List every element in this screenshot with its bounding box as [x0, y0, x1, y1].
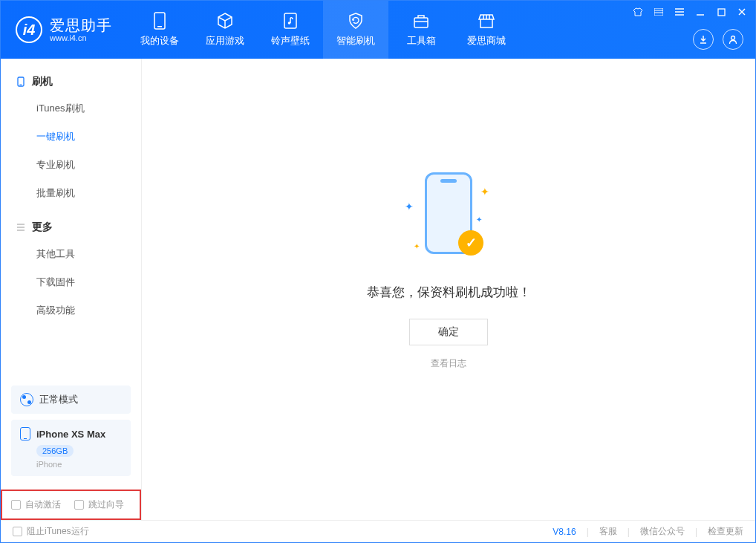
svg-rect-1: [157, 26, 162, 27]
confirm-button[interactable]: 确定: [409, 319, 488, 345]
device-type: iPhone: [36, 460, 122, 469]
close-button[interactable]: [733, 4, 751, 20]
footer-link-update[interactable]: 检查更新: [708, 525, 743, 538]
sidebar-item-other-tools[interactable]: 其他工具: [1, 240, 141, 268]
check-icon: ✓: [458, 230, 483, 256]
logo-icon: i4: [16, 16, 42, 43]
sidebar-item-onekey-flash[interactable]: 一键刷机: [1, 123, 141, 151]
nav-label: 智能刷机: [336, 34, 375, 48]
version-label: V8.16: [553, 527, 576, 537]
nav-smart-flash[interactable]: 智能刷机: [323, 1, 388, 59]
checkbox-icon: [11, 500, 21, 510]
app-subtitle: www.i4.cn: [50, 33, 112, 42]
toolbox-icon: [412, 12, 430, 30]
success-illustration: ✓ ✦ ✦ ✦ ✦: [393, 172, 504, 269]
mode-panel[interactable]: 正常模式: [11, 386, 131, 414]
sidebar-item-advanced[interactable]: 高级功能: [1, 296, 141, 325]
sidebar-section-flash: 刷机: [1, 69, 141, 94]
sparkle-icon: ✦: [405, 201, 414, 212]
svg-rect-6: [654, 8, 663, 16]
sparkle-icon: ✦: [414, 242, 420, 250]
main-nav: 我的设备 应用游戏 铃声壁纸 智能刷机 工具箱 爱思商城: [127, 1, 519, 59]
svg-rect-13: [718, 9, 725, 16]
mode-label: 正常模式: [39, 393, 78, 406]
nav-label: 铃声壁纸: [271, 34, 310, 48]
sidebar-item-pro-flash[interactable]: 专业刷机: [1, 151, 141, 179]
menu-icon-button[interactable]: [671, 4, 688, 20]
svg-point-5: [731, 36, 735, 40]
app-header: i4 爱思助手 www.i4.cn 我的设备 应用游戏 铃声壁纸 智能刷机 工具…: [1, 1, 755, 59]
logo: i4 爱思助手 www.i4.cn: [1, 1, 127, 59]
device-name: iPhone XS Max: [36, 429, 105, 440]
footer-link-support[interactable]: 客服: [599, 525, 617, 538]
maximize-button[interactable]: [712, 4, 730, 20]
sparkle-icon: ✦: [480, 186, 489, 198]
nav-my-device[interactable]: 我的设备: [127, 1, 192, 59]
checkbox-icon: [13, 527, 22, 536]
sidebar-section-more: 更多: [1, 215, 141, 240]
device-icon: [20, 427, 30, 440]
checkbox-skip-guide[interactable]: 跳过向导: [74, 498, 124, 511]
cube-icon: [216, 12, 234, 30]
success-message: 恭喜您，保资料刷机成功啦！: [367, 284, 531, 301]
sidebar-item-batch-flash[interactable]: 批量刷机: [1, 179, 141, 207]
list-icon: [16, 222, 26, 233]
checkbox-auto-activate[interactable]: 自动激活: [11, 498, 61, 511]
list-icon-button[interactable]: [650, 4, 668, 20]
nav-toolbox[interactable]: 工具箱: [388, 1, 454, 59]
device-storage-badge: 256GB: [36, 445, 74, 457]
nav-label: 工具箱: [407, 34, 436, 48]
svg-rect-4: [414, 18, 428, 27]
phone-icon: [151, 12, 169, 30]
header-actions: [693, 29, 743, 50]
nav-apps-games[interactable]: 应用游戏: [192, 1, 258, 59]
minimize-button[interactable]: [691, 4, 709, 20]
nav-label: 爱思商城: [467, 34, 506, 48]
nav-label: 应用游戏: [206, 34, 244, 48]
status-bar: 阻止iTunes运行 V8.16 | 客服 | 微信公众号 | 检查更新: [1, 520, 755, 542]
footer-link-wechat[interactable]: 微信公众号: [640, 525, 685, 538]
sparkle-icon: ✦: [476, 215, 482, 224]
main-content: ✓ ✦ ✦ ✦ ✦ 恭喜您，保资料刷机成功啦！ 确定 查看日志: [142, 59, 755, 520]
download-button[interactable]: [693, 29, 714, 50]
device-panel[interactable]: iPhone XS Max 256GB iPhone: [11, 420, 131, 476]
window-controls: [629, 4, 751, 20]
shirt-icon-button[interactable]: [629, 4, 647, 20]
svg-point-3: [288, 22, 291, 25]
phone-icon: [16, 77, 26, 87]
checkbox-block-itunes[interactable]: 阻止iTunes运行: [13, 525, 89, 538]
shield-refresh-icon: [347, 12, 365, 30]
checkbox-icon: [74, 500, 84, 510]
sidebar: 刷机 iTunes刷机 一键刷机 专业刷机 批量刷机 更多 其他工具 下载固件 …: [1, 59, 142, 520]
user-button[interactable]: [723, 29, 743, 50]
music-file-icon: [281, 12, 299, 30]
sidebar-item-download-firmware[interactable]: 下载固件: [1, 268, 141, 296]
sidebar-item-itunes-flash[interactable]: iTunes刷机: [1, 94, 141, 123]
store-icon: [478, 12, 495, 30]
app-title: 爱思助手: [50, 17, 112, 33]
nav-label: 我的设备: [140, 34, 179, 48]
highlighted-options: 自动激活 跳过向导: [1, 490, 141, 520]
nav-store[interactable]: 爱思商城: [454, 1, 519, 59]
nav-ringtones-wallpapers[interactable]: 铃声壁纸: [258, 1, 323, 59]
view-log-link[interactable]: 查看日志: [431, 357, 466, 370]
normal-mode-icon: [20, 393, 33, 406]
